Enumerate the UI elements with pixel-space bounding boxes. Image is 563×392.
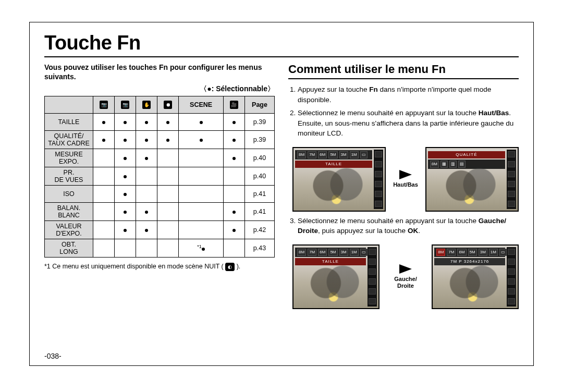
cell (136, 239, 157, 258)
cell (136, 167, 157, 186)
page-ref: p.39 (245, 131, 275, 149)
chip: 3M (479, 249, 487, 256)
night-icon: ◐ (225, 263, 235, 271)
lcd-preview-taille: 8M 7M 6M 5M 3M 1M ▭ TAILLE (292, 147, 386, 212)
lcd-topbar: 8M 7M 6M 5M 3M 1M ▭ (295, 150, 372, 160)
chip: 1M (489, 249, 498, 256)
lcd-quality-bar: 8M ▦▥▤ (428, 160, 505, 169)
chip: 1M (350, 249, 359, 256)
cell (223, 131, 244, 149)
cell (93, 167, 115, 186)
cell (93, 203, 115, 221)
chip: ▭ (360, 151, 368, 158)
lcd-preview-info: 8M 7M 6M 5M 3M 1M ▭ 7M P 3264x2176 (432, 244, 519, 309)
steps-list: Appuyez sur la touche Fn dans n'importe … (288, 84, 519, 139)
chip: 1M (350, 151, 359, 158)
mode-program-icon: 📷 (121, 101, 129, 109)
table-row: VALEURD'EXPO.p.42 (45, 221, 275, 239)
cell (157, 203, 179, 221)
cell (93, 239, 115, 258)
page-ref: p.39 (245, 114, 275, 131)
page-title: Touche Fn (44, 32, 519, 54)
step-2: Sélectionnez le menu souhaité en appuyan… (298, 108, 519, 139)
chip: 6M (457, 249, 466, 256)
cell (157, 149, 179, 167)
cell (115, 149, 136, 167)
page-header: Page (245, 96, 275, 114)
cell (115, 239, 136, 258)
cell (93, 149, 115, 167)
chip: 8M (430, 161, 439, 168)
arrow-label: Haut/Bas (393, 181, 418, 188)
cell (93, 186, 115, 203)
table-header-row: 📷 📷 ✋ ⏺ SCENE 🎥 Page (45, 96, 275, 114)
chip: ▭ (360, 249, 368, 256)
lcd-topbar: 8M 7M 6M 5M 3M 1M ▭ (434, 248, 505, 257)
row-label: MESUREEXPO. (45, 149, 93, 167)
cell (223, 221, 244, 239)
row-label: OBT.LONG (45, 239, 93, 258)
preview-row-1: 8M 7M 6M 5M 3M 1M ▭ TAILLE Haut (292, 147, 519, 212)
lcd-sublabel: QUALITÉ (428, 151, 505, 158)
cell (136, 114, 157, 131)
cell (179, 167, 224, 186)
page-ref: p.40 (245, 167, 275, 186)
cell (93, 221, 115, 239)
arrow-gauchedroite: Gauche/ Droite (387, 264, 424, 289)
chip: 8M (297, 249, 306, 256)
section-heading: Comment utiliser le menu Fn (288, 63, 519, 76)
step-3: Sélectionnez le menu souhaité en appuyan… (298, 216, 519, 236)
cell (115, 167, 136, 186)
cell (136, 186, 157, 203)
row-label: VALEURD'EXPO. (45, 221, 93, 239)
left-column: Vous pouvez utiliser les touches Fn pour… (44, 63, 275, 313)
table-row: TAILLEp.39 (45, 114, 275, 131)
cell (136, 203, 157, 221)
fn-table: 📷 📷 ✋ ⏺ SCENE 🎥 Page TAILLEp.39QUALITÉ/T… (44, 96, 275, 258)
footnote: *1 Ce menu est uniquement disponible en … (44, 263, 275, 271)
row-label: BALAN.BLANC (45, 203, 93, 221)
row-label: TAILLE (45, 114, 93, 131)
chip: 8M (297, 151, 306, 158)
cell (115, 221, 136, 239)
mode-scene-header: SCENE (179, 96, 224, 114)
mode-portrait-icon: ⏺ (164, 101, 172, 109)
cell (93, 114, 115, 131)
cell (179, 114, 224, 131)
lcd-topbar: 8M 7M 6M 5M 3M 1M ▭ (295, 248, 366, 257)
cell (136, 149, 157, 167)
lcd-sidebar (374, 150, 383, 209)
chip: 6M (318, 249, 327, 256)
cell (179, 131, 224, 149)
cell (223, 186, 244, 203)
lcd-sidebar (368, 247, 377, 307)
cell (223, 167, 244, 186)
table-row: PR.DE VUESp.40 (45, 167, 275, 186)
cell (157, 221, 179, 239)
cell: *1 (179, 239, 224, 258)
arrow-right-icon (399, 264, 412, 274)
mode-movie-icon: 🎥 (230, 101, 238, 109)
right-column: Comment utiliser le menu Fn Appuyez sur … (288, 63, 519, 313)
cell (115, 203, 136, 221)
cell (179, 203, 224, 221)
chip: 5M (468, 249, 477, 256)
step-1: Appuyez sur la touche Fn dans n'importe … (298, 84, 519, 105)
row-label: PR.DE VUES (45, 167, 93, 186)
chip: 6M (318, 151, 327, 158)
chip: 5M (328, 151, 337, 158)
page-ref: p.42 (245, 221, 275, 239)
table-row: OBT.LONG*1p.43 (45, 239, 275, 258)
cell (223, 239, 244, 258)
mode-manual-icon: ✋ (142, 101, 151, 109)
chip: 3M (339, 151, 348, 158)
page-ref: p.40 (245, 149, 275, 167)
page-number: -038- (44, 352, 62, 360)
lcd-preview-taille-2: 8M 7M 6M 5M 3M 1M ▭ TAILLE (292, 244, 380, 309)
page-ref: p.43 (245, 239, 275, 258)
lcd-preview-qualite: QUALITÉ 8M ▦▥▤ (425, 147, 519, 212)
lcd-info-bar: 7M P 3264x2176 (434, 258, 505, 265)
cell (179, 221, 224, 239)
title-rule (44, 56, 519, 57)
table-row: ISOp.41 (45, 186, 275, 203)
